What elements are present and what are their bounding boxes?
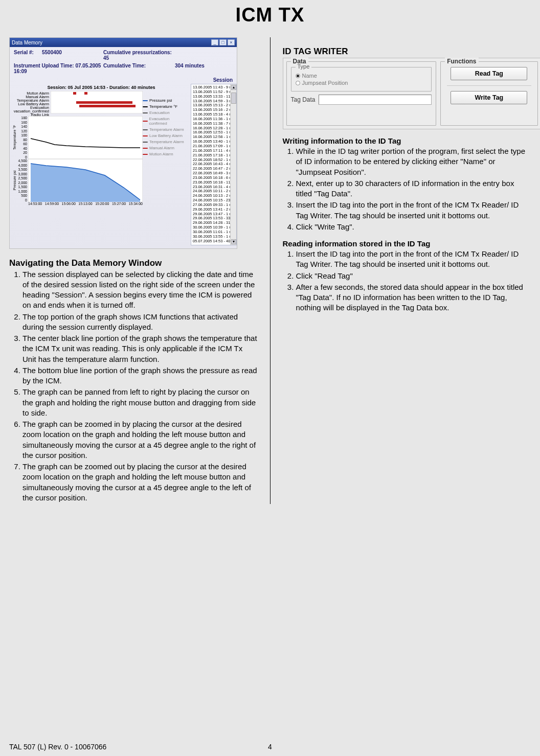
maximize-icon[interactable]: □ (219, 39, 227, 45)
reading-steps: Insert the ID tag into the port in the f… (283, 249, 531, 313)
svg-rect-5 (28, 116, 143, 159)
serial-value: 5500400 (42, 50, 103, 61)
chart2-temperature[interactable] (28, 116, 143, 159)
chart2-yticks: 180160140120100806040200 (19, 116, 28, 159)
svg-rect-2 (84, 92, 87, 95)
nav-step: The top portion of the graph shows ICM f… (22, 312, 258, 333)
tagdata-label: Tag Data (291, 96, 316, 103)
nav-step: The graph can be zoomed in by placing th… (22, 419, 258, 461)
chart1-ylabels: Motion Alarm Manual Alarm Temperature Al… (13, 91, 51, 116)
chart-legend: Pressure psi Temperature °F Evacuation E… (143, 91, 187, 205)
radio-jumpseat[interactable]: Jumpseat Position (296, 80, 428, 86)
fieldset-type: Type Name Jumpseat Position (291, 67, 432, 91)
radio-dot-icon[interactable] (296, 74, 300, 78)
scroll-up-icon[interactable]: ▴ (231, 85, 236, 90)
nav-step: The session displayed can be selected by… (22, 269, 258, 311)
idtag-writer-panel: Data Type Name Jumpseat Position (283, 58, 541, 129)
page-title: ICM TX (9, 4, 531, 26)
chart1-functions[interactable] (51, 91, 143, 113)
minimize-icon[interactable]: _ (211, 39, 218, 45)
fieldset-data: Data Type Name Jumpseat Position (286, 61, 437, 126)
nav-step: The bottom blue line portion of the grap… (22, 365, 258, 386)
cumpress-label: Cumulative pressurizations: 45 (103, 50, 175, 61)
fieldset-type-legend: Type (296, 63, 312, 70)
session-scrollbar[interactable]: ▴ ▾ (230, 84, 236, 245)
session-heading: Session (213, 77, 233, 83)
reading-step: Insert the ID tag into the port in the f… (296, 249, 531, 270)
nav-step: The center black line portion of the gra… (22, 333, 258, 364)
writing-step: Click "Write Tag". (296, 222, 531, 232)
serial-label: Serial #: (14, 50, 42, 61)
fieldset-func-legend: Functions (445, 58, 478, 65)
column-divider (270, 37, 271, 504)
tagdata-input[interactable] (319, 95, 432, 105)
reading-step: Click "Read Tag" (296, 271, 531, 281)
radio-name-label: Name (302, 73, 317, 79)
session-item[interactable]: 05.07.2005 14:53 - 40 min. (193, 239, 229, 244)
page-footer: TAL 507 (L) Rev. 0 - 10067066 4 (9, 743, 531, 751)
read-tag-button[interactable]: Read Tag (451, 67, 527, 80)
window-titlebar: Data Memory _ □ × (10, 38, 237, 47)
window-title: Data Memory (12, 40, 210, 45)
close-icon[interactable]: × (228, 39, 235, 45)
data-memory-window: Data Memory _ □ × Serial #: 5500400 Cumu… (9, 37, 237, 249)
chart-xticks: 14:53:0014:59:0015:06:0015:13:0015:20:00… (28, 202, 143, 205)
writing-head: Writing information to the ID Tag (283, 136, 531, 145)
chart2-ylabel: Temperature °F (13, 116, 19, 159)
button-divider (447, 85, 531, 86)
upload-label: Instrument Upload Time: 07.05.2005 16:09 (14, 63, 103, 74)
idtag-section-head: ID TAG WRITER (283, 47, 531, 57)
fieldset-functions: Functions Read Tag Write Tag (440, 61, 537, 126)
radio-jumpseat-label: Jumpseat Position (302, 80, 348, 86)
scroll-down-icon[interactable]: ▾ (231, 239, 236, 244)
chart3-ylabel: Pressure psi (13, 159, 19, 202)
writing-step: While in the ID tag writer portion of th… (296, 146, 531, 177)
nav-section-head: Navigating the Data Memory Window (9, 258, 258, 268)
reading-step: After a few seconds, the stored data sho… (296, 282, 531, 313)
svg-rect-1 (73, 92, 76, 95)
chart3-yticks: 4,5004,0003,5003,0002,5002,0001,5001,000… (19, 159, 28, 202)
footer-page-number: 4 (183, 743, 357, 751)
reading-head: Reading information stored in the ID Tag (283, 239, 531, 248)
session-header: Session: 05 Jul 2005 14:53 - Duration: 4… (13, 85, 190, 90)
scroll-thumb[interactable] (231, 93, 236, 104)
radio-dot-icon[interactable] (296, 81, 300, 85)
nav-steps: The session displayed can be selected by… (9, 269, 258, 503)
session-listbox[interactable]: 13.06.2005 11:43 - 9 min.13.06.2005 11:5… (191, 84, 237, 245)
nav-step: The graph can be panned from left to rig… (22, 387, 258, 418)
write-tag-button[interactable]: Write Tag (451, 91, 527, 104)
writing-step: Insert the ID tag into the port in the f… (296, 200, 531, 221)
chart3-pressure[interactable] (28, 159, 143, 202)
footer-rev: TAL 507 (L) Rev. 0 - 10067066 (9, 743, 183, 751)
nav-step: The graph can be zoomed out by placing t… (22, 462, 258, 503)
svg-rect-3 (76, 101, 132, 104)
radio-name[interactable]: Name (296, 73, 428, 79)
cumtime-value: 304 minutes (175, 63, 216, 74)
svg-rect-4 (79, 105, 136, 107)
writing-steps: While in the ID tag writer portion of th… (283, 146, 531, 232)
writing-step: Next, enter up to 30 characters of ID in… (296, 178, 531, 199)
charts-area[interactable]: Motion Alarm Manual Alarm Temperature Al… (13, 91, 143, 205)
cumtime-label: Cumulative Time: (103, 63, 175, 74)
